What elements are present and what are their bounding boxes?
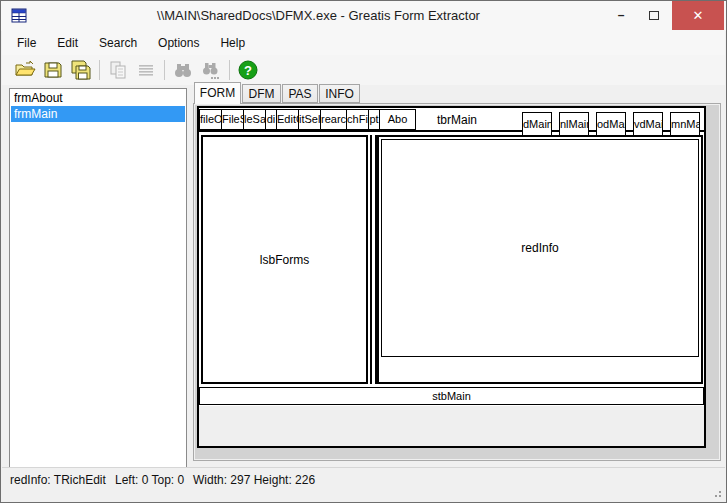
- component-box-odmain[interactable]: odMai: [596, 112, 626, 136]
- menu-file[interactable]: File: [9, 32, 44, 54]
- preview-toolbutton[interactable]: fileO: [199, 109, 222, 130]
- component-box-dmain[interactable]: dMain: [522, 112, 552, 136]
- find-next-button[interactable]: [197, 58, 225, 82]
- svg-text:?: ?: [244, 63, 252, 78]
- open-button[interactable]: [11, 58, 39, 82]
- preview-statusbar-stbmain[interactable]: stbMain: [199, 387, 704, 405]
- close-button[interactable]: ✕: [672, 1, 724, 30]
- menu-help[interactable]: Help: [212, 32, 253, 54]
- list-button[interactable]: [132, 58, 160, 82]
- tab-form[interactable]: FORM: [194, 82, 241, 104]
- preview-toolbutton[interactable]: Abo: [379, 109, 416, 130]
- maximize-button[interactable]: [639, 1, 669, 30]
- component-box-nlmain[interactable]: nlMain: [559, 112, 589, 136]
- tbrmain-label: tbrMain: [437, 113, 477, 127]
- list-item-frmabout[interactable]: frmAbout: [11, 90, 185, 106]
- preview-toolbar-buttons: fileO FileSa leSad di EditC itSel rearch…: [199, 109, 415, 130]
- window-title: \\MAIN\SharedDocs\DFMX.exe - Greatis For…: [31, 1, 606, 31]
- toolbar: ?: [2, 55, 725, 85]
- forms-listbox[interactable]: frmAbout frmMain: [9, 88, 187, 469]
- help-button[interactable]: ?: [234, 58, 262, 82]
- preview-toolbutton[interactable]: chFi: [346, 109, 369, 130]
- component-box-mnmain[interactable]: mnMa: [670, 112, 700, 136]
- tab-page-form: fileO FileSa leSad di EditC itSel rearch…: [193, 103, 721, 461]
- help-icon: ?: [237, 59, 259, 81]
- preview-listbox-lsbforms[interactable]: lsbForms: [201, 135, 368, 384]
- status-selected-control: redInfo: TRichEdit: [10, 473, 106, 487]
- toolbar-separator: [99, 60, 100, 80]
- find-button[interactable]: [169, 58, 197, 82]
- preview-toolbutton[interactable]: itSel: [298, 109, 321, 130]
- lines-icon: [135, 59, 157, 81]
- save-all-icon: [70, 59, 92, 81]
- copy-button[interactable]: [104, 58, 132, 82]
- menu-edit[interactable]: Edit: [49, 32, 86, 54]
- lsbforms-label: lsbForms: [260, 253, 309, 267]
- minimize-button[interactable]: –: [606, 1, 636, 30]
- preview-richedit-redinfo[interactable]: redInfo: [381, 139, 699, 357]
- preview-toolbar-tbrmain[interactable]: fileO FileSa leSad di EditC itSel rearch…: [199, 108, 704, 132]
- app-icon: [11, 8, 27, 24]
- tab-info[interactable]: INFO: [319, 84, 360, 103]
- list-item-frmmain[interactable]: frmMain: [11, 106, 185, 122]
- preview-form-client-area: [199, 406, 704, 446]
- tab-pas[interactable]: PAS: [282, 84, 318, 103]
- preview-right-panel: redInfo: [377, 135, 703, 384]
- resize-grip[interactable]: [712, 488, 722, 498]
- copy-icon: [107, 59, 129, 81]
- preview-splitter[interactable]: [370, 135, 377, 384]
- preview-scroll-area: fileO FileSa leSad di EditC itSel rearch…: [195, 105, 719, 459]
- app-window: \\MAIN\SharedDocs\DFMX.exe - Greatis For…: [0, 0, 727, 503]
- toolbar-separator: [229, 60, 230, 80]
- save-all-button[interactable]: [67, 58, 95, 82]
- stbmain-label: stbMain: [432, 390, 471, 402]
- component-box-vdmain[interactable]: vdMai: [633, 112, 663, 136]
- toolbar-separator: [164, 60, 165, 80]
- open-folder-icon: [14, 59, 36, 81]
- form-preview[interactable]: fileO FileSa leSad di EditC itSel rearch…: [197, 106, 706, 448]
- preview-toolbutton[interactable]: FileSa: [221, 109, 244, 130]
- status-size: Width: 297 Height: 226: [193, 473, 315, 487]
- redinfo-label: redInfo: [521, 241, 558, 255]
- title-bar: \\MAIN\SharedDocs\DFMX.exe - Greatis For…: [1, 1, 726, 31]
- menu-options[interactable]: Options: [150, 32, 207, 54]
- preview-toolbutton[interactable]: rearch: [320, 109, 347, 130]
- status-position: Left: 0 Top: 0: [115, 473, 184, 487]
- save-button[interactable]: [39, 58, 67, 82]
- tab-dfm[interactable]: DFM: [242, 84, 281, 103]
- preview-toolbutton[interactable]: EditC: [276, 109, 299, 130]
- menu-search[interactable]: Search: [91, 32, 145, 54]
- status-bar: redInfo: TRichEdit Left: 0 Top: 0 Width:…: [2, 467, 725, 501]
- binoculars-next-icon: [200, 59, 222, 81]
- save-icon: [42, 59, 64, 81]
- preview-toolbutton[interactable]: leSad: [243, 109, 266, 130]
- menu-bar: File Edit Search Options Help: [2, 31, 725, 55]
- binoculars-icon: [172, 59, 194, 81]
